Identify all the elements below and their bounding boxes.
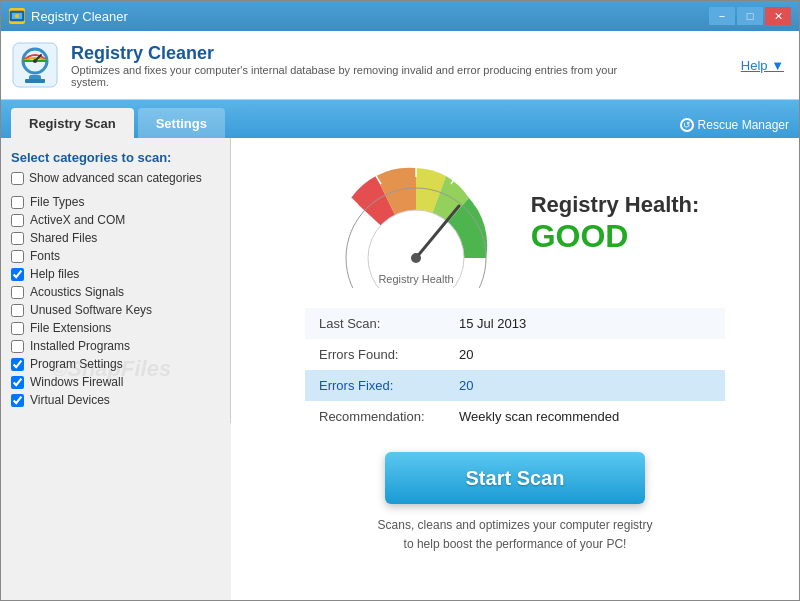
minimize-button[interactable]: −	[709, 7, 735, 25]
header-logo	[11, 41, 59, 89]
category-file-extensions[interactable]: File Extensions	[11, 321, 220, 335]
svg-point-19	[411, 253, 421, 263]
category-virtual-devices[interactable]: Virtual Devices	[11, 393, 220, 407]
header-left: Registry Cleaner Optimizes and fixes you…	[11, 41, 621, 89]
category-activex-com[interactable]: ActiveX and COM	[11, 213, 220, 227]
gauge-meter: Registry Health	[331, 158, 501, 288]
sidebar-title: Select categories to scan:	[11, 150, 220, 165]
svg-point-6	[33, 59, 37, 63]
category-windows-firewall[interactable]: Windows Firewall	[11, 375, 220, 389]
tab-settings[interactable]: Settings	[138, 108, 225, 138]
health-value: GOOD	[531, 218, 700, 255]
category-file-types[interactable]: File Types	[11, 195, 220, 209]
category-acoustics-signals[interactable]: Acoustics Signals	[11, 285, 220, 299]
title-bar: Registry Cleaner − □ ✕	[1, 1, 799, 31]
app-name: Registry Cleaner	[71, 43, 621, 64]
close-button[interactable]: ✕	[765, 7, 791, 25]
right-content: Registry Health Registry Health: GOOD La…	[231, 138, 799, 600]
category-installed-programs[interactable]: Installed Programs	[11, 339, 220, 353]
restore-button[interactable]: □	[737, 7, 763, 25]
tab-bar: Registry Scan Settings ↺ Rescue Manager	[1, 100, 799, 138]
app-description: Optimizes and fixes your computer's inte…	[71, 64, 621, 88]
svg-point-2	[15, 14, 19, 18]
rescue-icon: ↺	[680, 118, 694, 132]
stats-table: Last Scan: 15 Jul 2013 Errors Found: 20 …	[305, 308, 725, 432]
show-advanced-checkbox[interactable]	[11, 172, 24, 185]
main-window: Registry Cleaner − □ ✕	[0, 0, 800, 601]
stat-last-scan: Last Scan: 15 Jul 2013	[305, 308, 725, 339]
main-content: Select categories to scan: Show advanced…	[1, 138, 799, 600]
tabs-left: Registry Scan Settings	[11, 108, 225, 138]
stat-recommendation: Recommendation: Weekly scan recommended	[305, 401, 725, 432]
start-scan-button[interactable]: Start Scan	[385, 452, 645, 504]
tab-registry-scan[interactable]: Registry Scan	[11, 108, 134, 138]
category-help-files[interactable]: Help files	[11, 267, 220, 281]
scan-description: Scans, cleans and optimizes your compute…	[378, 516, 653, 554]
svg-line-17	[474, 198, 481, 205]
gauge-health-row: Registry Health Registry Health: GOOD	[251, 158, 779, 288]
stat-errors-fixed: Errors Fixed: 20	[305, 370, 725, 401]
header-text: Registry Cleaner Optimizes and fixes you…	[71, 43, 621, 88]
title-bar-left: Registry Cleaner	[9, 8, 128, 24]
svg-text:Registry Health: Registry Health	[378, 273, 453, 285]
svg-rect-8	[25, 79, 45, 83]
sidebar: Select categories to scan: Show advanced…	[1, 138, 231, 423]
stat-errors-found: Errors Found: 20	[305, 339, 725, 370]
category-shared-files[interactable]: Shared Files	[11, 231, 220, 245]
show-advanced-toggle[interactable]: Show advanced scan categories	[11, 171, 220, 185]
category-fonts[interactable]: Fonts	[11, 249, 220, 263]
rescue-manager-button[interactable]: ↺ Rescue Manager	[680, 118, 789, 138]
window-controls: − □ ✕	[709, 7, 791, 25]
category-program-settings[interactable]: Program Settings	[11, 357, 220, 371]
app-icon	[9, 8, 25, 24]
help-button[interactable]: Help ▼	[741, 58, 784, 73]
health-label: Registry Health:	[531, 192, 700, 218]
health-status: Registry Health: GOOD	[531, 192, 700, 255]
category-unused-software-keys[interactable]: Unused Software Keys	[11, 303, 220, 317]
window-title: Registry Cleaner	[31, 9, 128, 24]
app-header: Registry Cleaner Optimizes and fixes you…	[1, 31, 799, 100]
